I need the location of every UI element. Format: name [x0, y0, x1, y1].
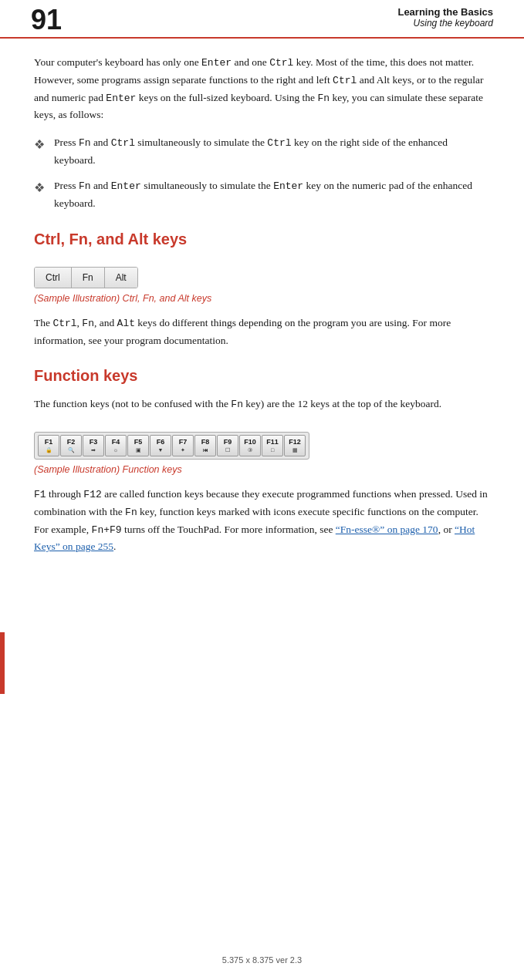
f9-key: F9 ☐ — [217, 435, 238, 456]
f6-key: F6 ▼ — [150, 435, 171, 456]
ctrl-fn-alt-body: The Ctrl, Fn, and Alt keys do different … — [34, 315, 490, 349]
header-book-title: Learning the Basics — [397, 6, 493, 18]
red-accent-bar — [0, 632, 5, 694]
header-titles: Learning the Basics Using the keyboard — [397, 6, 493, 29]
page-footer: 5.375 x 8.375 ver 2.3 — [0, 955, 524, 965]
bullet-list: ❖ Press Fn and Ctrl simultaneously to si… — [34, 134, 490, 212]
f4-key: F4 ☼ — [105, 435, 127, 456]
f10-key: F10 ③ — [239, 435, 261, 456]
ctrl-key: Ctrl — [35, 268, 72, 288]
function-keys-caption: (Sample Illustration) Function keys — [34, 464, 490, 475]
main-content: Your computer's keyboard has only one En… — [0, 39, 524, 589]
ctrl-fn-alt-illustration: Ctrl Fn Alt — [34, 267, 138, 288]
function-keys-heading: Function keys — [34, 367, 490, 385]
bullet-item: ❖ Press Fn and Ctrl simultaneously to si… — [34, 134, 490, 168]
bullet-diamond-icon: ❖ — [34, 178, 45, 198]
fn-esse-link[interactable]: “Fn-esse®” on page 170 — [336, 524, 438, 535]
f1-key: F1 🔒 — [38, 435, 59, 456]
footer-text: 5.375 x 8.375 ver 2.3 — [222, 955, 302, 965]
bullet-text-1: Press Fn and Ctrl simultaneously to simu… — [54, 134, 490, 168]
f3-key: F3 ➡ — [83, 435, 104, 456]
f7-key: F7 ✦ — [172, 435, 194, 456]
f2-key: F2 🔍 — [60, 435, 82, 456]
page-wrapper: 91 Learning the Basics Using the keyboar… — [0, 0, 524, 980]
page-number: 91 — [31, 6, 62, 34]
f8-key: F8 ⏮ — [194, 435, 216, 456]
ctrl-fn-alt-heading: Ctrl, Fn, and Alt keys — [34, 231, 490, 248]
f5-key: F5 ▣ — [127, 435, 149, 456]
bullet-item: ❖ Press Fn and Enter simultaneously to s… — [34, 177, 490, 211]
intro-paragraph: Your computer's keyboard has only one En… — [34, 54, 490, 123]
page-header: 91 Learning the Basics Using the keyboar… — [0, 0, 524, 39]
bullet-text-2: Press Fn and Enter simultaneously to sim… — [54, 177, 490, 211]
header-chapter-title: Using the keyboard — [414, 18, 493, 29]
function-keys-body: F1 through F12 are called function keys … — [34, 486, 490, 555]
alt-key: Alt — [105, 268, 137, 288]
bullet-diamond-icon: ❖ — [34, 135, 45, 155]
function-keys-intro: The function keys (not to be confused wi… — [34, 396, 490, 413]
fn-key: Fn — [72, 268, 105, 288]
ctrl-fn-alt-caption: (Sample Illustration) Ctrl, Fn, and Alt … — [34, 293, 490, 304]
function-keys-illustration: F1 🔒 F2 🔍 F3 ➡ F4 ☼ F5 ▣ F6 ▼ — [34, 432, 309, 460]
f11-key: F11 □ — [262, 435, 283, 456]
f12-key: F12 ▦ — [284, 435, 306, 456]
